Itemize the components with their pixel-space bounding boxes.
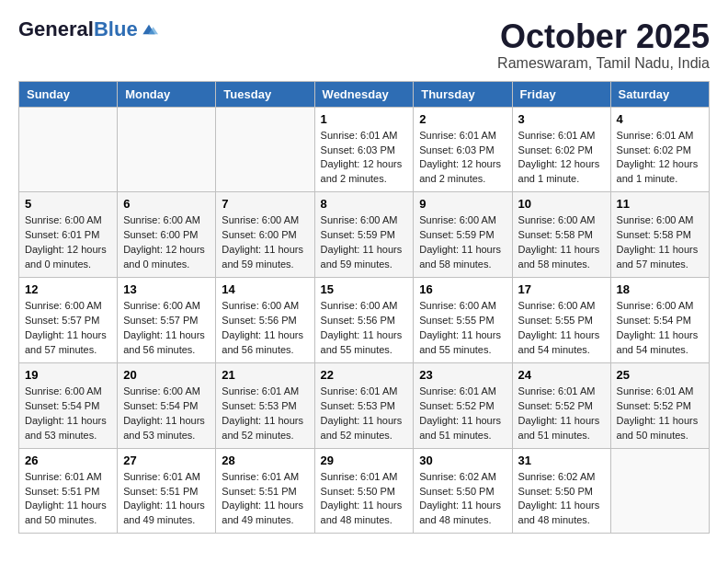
calendar-cell: 1Sunrise: 6:01 AMSunset: 6:03 PMDaylight… <box>314 107 414 192</box>
day-info: Sunrise: 6:00 AMSunset: 6:01 PMDaylight:… <box>25 213 111 272</box>
calendar-cell: 12Sunrise: 6:00 AMSunset: 5:57 PMDayligh… <box>19 278 118 363</box>
day-info-line: Sunset: 5:51 PM <box>25 486 99 497</box>
day-info: Sunrise: 6:00 AMSunset: 5:54 PMDaylight:… <box>25 385 111 443</box>
day-info-line: Sunset: 6:02 PM <box>617 144 691 155</box>
day-info-line: Daylight: 11 hours and 52 minutes. <box>222 415 303 441</box>
day-info-line: Daylight: 11 hours and 56 minutes. <box>123 329 205 355</box>
day-info-line: Daylight: 11 hours and 50 minutes. <box>617 415 699 441</box>
day-info-line: Sunrise: 6:00 AM <box>25 214 102 225</box>
calendar-week-1: 1Sunrise: 6:01 AMSunset: 6:03 PMDaylight… <box>19 107 710 192</box>
day-info-line: Sunset: 5:55 PM <box>518 315 593 326</box>
calendar-cell: 5Sunrise: 6:00 AMSunset: 6:01 PMDaylight… <box>19 192 118 278</box>
day-info-line: Sunrise: 6:00 AM <box>222 300 299 311</box>
day-info-line: Sunset: 5:50 PM <box>321 486 395 497</box>
day-info: Sunrise: 6:01 AMSunset: 6:02 PMDaylight:… <box>518 129 605 188</box>
day-info-line: Sunrise: 6:00 AM <box>25 385 102 396</box>
day-number: 16 <box>419 282 506 296</box>
day-number: 3 <box>518 112 605 126</box>
calendar-cell: 9Sunrise: 6:00 AMSunset: 5:59 PMDaylight… <box>414 192 512 278</box>
calendar-cell: 13Sunrise: 6:00 AMSunset: 5:57 PMDayligh… <box>118 278 216 363</box>
day-info-line: Sunrise: 6:00 AM <box>222 214 299 225</box>
day-number: 17 <box>518 282 605 296</box>
page-title: October 2025 <box>497 18 710 55</box>
day-info-line: Sunrise: 6:01 AM <box>321 385 398 396</box>
day-info-line: Daylight: 11 hours and 54 minutes. <box>617 329 699 355</box>
calendar-cell: 7Sunrise: 6:00 AMSunset: 6:00 PMDaylight… <box>216 192 314 278</box>
day-info-line: Sunrise: 6:00 AM <box>419 214 496 225</box>
day-info-line: Daylight: 11 hours and 53 minutes. <box>123 415 205 441</box>
day-info-line: Daylight: 12 hours and 0 minutes. <box>123 244 205 270</box>
day-number: 2 <box>419 112 506 126</box>
day-info: Sunrise: 6:00 AMSunset: 5:55 PMDaylight:… <box>518 299 605 358</box>
day-info-line: Daylight: 11 hours and 58 minutes. <box>518 244 600 270</box>
calendar-cell: 19Sunrise: 6:00 AMSunset: 5:54 PMDayligh… <box>19 362 118 448</box>
calendar-cell <box>610 448 709 534</box>
day-info-line: Sunset: 5:56 PM <box>222 315 296 326</box>
day-number: 13 <box>123 282 210 296</box>
day-info-line: Sunset: 6:01 PM <box>25 229 99 240</box>
day-info-line: Sunset: 5:50 PM <box>518 486 593 497</box>
calendar-cell: 23Sunrise: 6:01 AMSunset: 5:52 PMDayligh… <box>414 362 512 448</box>
day-info-line: Sunrise: 6:01 AM <box>123 471 200 482</box>
day-info: Sunrise: 6:01 AMSunset: 5:51 PMDaylight:… <box>123 470 210 529</box>
calendar-cell: 11Sunrise: 6:00 AMSunset: 5:58 PMDayligh… <box>610 192 709 278</box>
day-info: Sunrise: 6:00 AMSunset: 5:56 PMDaylight:… <box>321 299 408 358</box>
day-info-line: Sunrise: 6:00 AM <box>518 300 596 311</box>
day-number: 25 <box>617 368 703 382</box>
day-number: 21 <box>222 368 308 382</box>
day-info-line: Sunset: 6:03 PM <box>321 144 395 155</box>
day-number: 30 <box>419 454 506 467</box>
day-number: 6 <box>123 197 210 211</box>
day-number: 26 <box>25 454 111 467</box>
day-number: 5 <box>25 197 111 211</box>
calendar-cell: 28Sunrise: 6:01 AMSunset: 5:51 PMDayligh… <box>216 448 314 534</box>
calendar-cell: 26Sunrise: 6:01 AMSunset: 5:51 PMDayligh… <box>19 448 118 534</box>
calendar-cell: 6Sunrise: 6:00 AMSunset: 6:00 PMDaylight… <box>118 192 216 278</box>
day-number: 7 <box>222 197 308 211</box>
day-info: Sunrise: 6:02 AMSunset: 5:50 PMDaylight:… <box>419 470 506 529</box>
calendar-cell: 30Sunrise: 6:02 AMSunset: 5:50 PMDayligh… <box>414 448 512 534</box>
day-info: Sunrise: 6:02 AMSunset: 5:50 PMDaylight:… <box>518 470 605 529</box>
day-info-line: Sunset: 5:59 PM <box>321 229 395 240</box>
day-info: Sunrise: 6:01 AMSunset: 5:52 PMDaylight:… <box>419 385 506 443</box>
day-info: Sunrise: 6:00 AMSunset: 5:59 PMDaylight:… <box>321 213 408 272</box>
day-info-line: Daylight: 11 hours and 58 minutes. <box>419 244 501 270</box>
day-info: Sunrise: 6:00 AMSunset: 5:55 PMDaylight:… <box>419 299 506 358</box>
day-info-line: Sunrise: 6:00 AM <box>321 214 398 225</box>
day-info: Sunrise: 6:00 AMSunset: 5:58 PMDaylight:… <box>617 213 703 272</box>
day-info-line: Sunset: 6:03 PM <box>419 144 494 155</box>
day-number: 4 <box>617 112 703 126</box>
day-info-line: Daylight: 11 hours and 55 minutes. <box>321 329 403 355</box>
day-info-line: Daylight: 12 hours and 0 minutes. <box>25 244 107 270</box>
day-info: Sunrise: 6:00 AMSunset: 5:56 PMDaylight:… <box>222 299 308 358</box>
day-info: Sunrise: 6:00 AMSunset: 5:59 PMDaylight:… <box>419 213 506 272</box>
day-info-line: Sunrise: 6:00 AM <box>617 300 694 311</box>
day-info-line: Sunset: 5:54 PM <box>25 400 99 411</box>
day-info-line: Daylight: 11 hours and 48 minutes. <box>518 500 600 525</box>
header-sunday: Sunday <box>19 81 118 107</box>
day-info: Sunrise: 6:00 AMSunset: 5:57 PMDaylight:… <box>25 299 111 358</box>
day-info: Sunrise: 6:01 AMSunset: 5:50 PMDaylight:… <box>321 470 408 529</box>
day-number: 9 <box>419 197 506 211</box>
day-info-line: Daylight: 11 hours and 52 minutes. <box>321 415 403 441</box>
day-info-line: Daylight: 12 hours and 1 minute. <box>518 158 600 184</box>
calendar-header-row: SundayMondayTuesdayWednesdayThursdayFrid… <box>19 81 710 107</box>
day-info-line: Sunset: 5:52 PM <box>419 400 494 411</box>
day-info-line: Daylight: 11 hours and 54 minutes. <box>518 329 600 355</box>
day-info: Sunrise: 6:01 AMSunset: 6:03 PMDaylight:… <box>321 129 408 188</box>
day-info-line: Sunrise: 6:02 AM <box>419 471 496 482</box>
day-number: 15 <box>321 282 408 296</box>
day-info-line: Sunrise: 6:01 AM <box>518 130 596 141</box>
day-info-line: Sunset: 5:53 PM <box>321 400 395 411</box>
calendar-cell <box>216 107 314 192</box>
day-info-line: Sunrise: 6:01 AM <box>25 471 102 482</box>
calendar-cell: 14Sunrise: 6:00 AMSunset: 5:56 PMDayligh… <box>216 278 314 363</box>
day-info-line: Sunrise: 6:01 AM <box>222 385 299 396</box>
day-info-line: Sunrise: 6:00 AM <box>617 214 694 225</box>
calendar-week-4: 19Sunrise: 6:00 AMSunset: 5:54 PMDayligh… <box>19 362 710 448</box>
day-info-line: Sunrise: 6:00 AM <box>123 214 200 225</box>
day-info: Sunrise: 6:01 AMSunset: 5:51 PMDaylight:… <box>25 470 111 529</box>
day-info-line: Sunrise: 6:00 AM <box>419 300 496 311</box>
day-info: Sunrise: 6:01 AMSunset: 5:53 PMDaylight:… <box>222 385 308 443</box>
day-info-line: Daylight: 12 hours and 2 minutes. <box>321 158 403 184</box>
